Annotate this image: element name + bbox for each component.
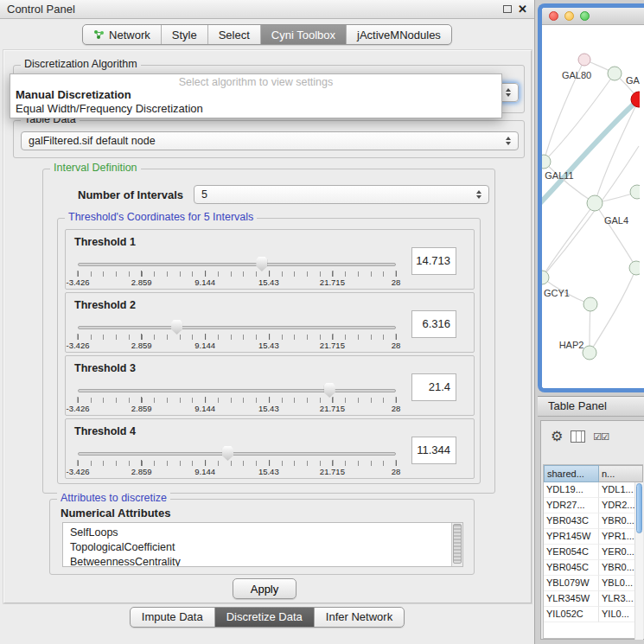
table-body: YDL19...YDL1...YDR27...YDR2...YBR043CYBR… xyxy=(544,482,643,638)
group-title: Threshold's Coordinates for 5 Intervals xyxy=(65,211,257,223)
slider-track[interactable] xyxy=(78,326,396,329)
table-cell[interactable]: YDR27... xyxy=(544,498,599,513)
slider-ticks xyxy=(78,398,397,403)
tab-style[interactable]: Style xyxy=(161,25,207,44)
table-scrollbar-thumb[interactable] xyxy=(636,483,642,533)
float-window-icon[interactable] xyxy=(503,5,512,13)
table-cell[interactable]: YLR345W xyxy=(544,591,599,607)
list-scrollbar[interactable] xyxy=(451,523,462,566)
slider-thumb[interactable] xyxy=(171,320,182,335)
tab-infer-network[interactable]: Infer Network xyxy=(314,608,404,627)
slider-scale-label: 21.715 xyxy=(320,341,345,350)
tab-cyni-toolbox[interactable]: Cyni Toolbox xyxy=(260,25,346,44)
table-row[interactable]: YLR345WYLR3... xyxy=(544,591,643,607)
network-node[interactable] xyxy=(587,195,603,211)
network-graph[interactable]: GAL80GAGAL11GAL4GCY1HAP2 xyxy=(542,25,640,384)
tab-impute-data[interactable]: Impute Data xyxy=(131,608,214,627)
slider-ticks xyxy=(78,461,397,466)
slider-thumb[interactable] xyxy=(222,446,233,461)
column-header-shared-name[interactable]: shared... xyxy=(544,465,599,482)
node-table: shared... n... YDL19...YDL1...YDR27...YD… xyxy=(543,464,643,639)
slider-track[interactable] xyxy=(78,263,396,266)
table-row[interactable]: YBL079WYBL0... xyxy=(544,576,643,591)
settings-gear-icon[interactable]: ⚙ xyxy=(551,430,563,443)
slider-track[interactable] xyxy=(78,452,396,456)
slider-thumb[interactable] xyxy=(324,383,335,398)
threshold-4-value-field[interactable]: 11.344 xyxy=(411,437,456,464)
table-row[interactable]: YDR27...YDR2... xyxy=(544,498,643,513)
attribute-item[interactable]: TopologicalCoefficient xyxy=(70,540,462,555)
table-row[interactable]: YER054CYER0... xyxy=(544,545,643,560)
window-title: Control Panel xyxy=(7,3,75,16)
network-node[interactable] xyxy=(608,67,622,80)
columns-icon[interactable] xyxy=(571,430,585,443)
close-icon[interactable]: ✕ xyxy=(518,4,527,15)
slider-scale-label: -3.426 xyxy=(67,341,90,350)
tab-label: Network xyxy=(109,29,150,41)
tab-label: jActiveMNodules xyxy=(357,29,441,41)
option-manual-discretization[interactable]: Manual Discretization xyxy=(16,88,131,101)
algorithm-dropdown-popup: Select algorithm to view settings Manual… xyxy=(10,73,502,118)
tab-discretize-data[interactable]: Discretize Data xyxy=(214,608,314,627)
slider-scale-label: 9.144 xyxy=(194,467,215,476)
tab-network[interactable]: Network xyxy=(83,25,161,44)
threshold-3-panel: Threshold 3 21.4 -3.4262.8599.14415.4321… xyxy=(65,355,475,416)
number-of-intervals-select[interactable]: 5 xyxy=(194,185,489,204)
zoom-traffic-light-icon[interactable] xyxy=(580,11,590,21)
network-window-titlebar xyxy=(542,8,644,25)
slider-scale-label: 28 xyxy=(392,341,401,350)
slider-scale-label: 28 xyxy=(392,467,401,476)
network-canvas[interactable]: GAL80GAGAL11GAL4GCY1HAP2 xyxy=(542,25,644,388)
column-header-name[interactable]: n... xyxy=(599,465,643,482)
attribute-item[interactable]: SelfLoops xyxy=(70,526,462,540)
network-node-label: GAL80 xyxy=(562,70,591,80)
table-cell[interactable]: YER054C xyxy=(544,545,599,560)
table-panel-toolbar: ⚙ ☑☑ xyxy=(541,424,609,450)
table-row[interactable]: YDL19...YDL1... xyxy=(544,482,643,498)
threshold-1-slider[interactable]: -3.4262.8599.14415.4321.71528 xyxy=(78,254,396,289)
slider-thumb[interactable] xyxy=(256,257,267,271)
table-panel-title: Table Panel xyxy=(548,399,607,412)
threshold-4-slider[interactable]: -3.4262.8599.14415.4321.71528 xyxy=(78,443,396,478)
option-equal-width-frequency[interactable]: Equal Width/Frequency Discretization xyxy=(16,102,203,115)
network-node[interactable] xyxy=(629,261,640,275)
slider-scale: -3.4262.8599.14415.4321.71528 xyxy=(78,404,396,414)
select-columns-checkbox-icons[interactable]: ☑☑ xyxy=(593,431,609,443)
threshold-3-value-field[interactable]: 21.4 xyxy=(411,373,456,401)
table-cell[interactable]: YDL19... xyxy=(544,482,599,498)
table-row[interactable]: YPR145WYPR1... xyxy=(544,529,643,545)
table-cell[interactable]: YBL079W xyxy=(544,576,599,591)
table-cell[interactable]: YBR045C xyxy=(544,560,599,576)
threshold-label: Threshold 2 xyxy=(74,299,136,311)
apply-button[interactable]: Apply xyxy=(233,578,296,599)
threshold-4-panel: Threshold 4 11.344 -3.4262.8599.14415.43… xyxy=(65,418,475,479)
minimize-traffic-light-icon[interactable] xyxy=(564,11,574,21)
table-cell[interactable]: YPR145W xyxy=(544,529,599,545)
thresholds-group: Threshold's Coordinates for 5 Intervals … xyxy=(57,218,481,484)
network-node[interactable] xyxy=(578,54,590,66)
network-node[interactable] xyxy=(583,297,597,311)
list-scrollbar-thumb[interactable] xyxy=(453,524,462,564)
tab-jactivemnodules[interactable]: jActiveMNodules xyxy=(346,25,451,44)
network-node-label: GA xyxy=(626,75,640,86)
numerical-attributes-list[interactable]: SelfLoopsTopologicalCoefficientBetweenne… xyxy=(62,522,463,567)
table-row[interactable]: YBR045CYBR0... xyxy=(544,560,643,576)
attribute-item[interactable]: BetweennessCentrality xyxy=(70,555,462,567)
table-cell[interactable]: YIL052C xyxy=(544,607,599,622)
threshold-1-value-field[interactable]: 14.713 xyxy=(411,247,456,275)
table-row[interactable]: YBR043CYBR0... xyxy=(544,513,643,529)
group-title: Attributes to discretize xyxy=(57,492,170,504)
slider-scale-label: 9.144 xyxy=(194,404,215,413)
threshold-2-slider[interactable]: -3.4262.8599.14415.4321.71528 xyxy=(78,317,396,352)
close-traffic-light-icon[interactable] xyxy=(549,11,558,21)
threshold-3-slider[interactable]: -3.4262.8599.14415.4321.71528 xyxy=(78,380,396,415)
table-cell[interactable]: YBR043C xyxy=(544,513,599,529)
table-data-select[interactable]: galFiltered.sif default node xyxy=(21,131,519,150)
network-node[interactable] xyxy=(630,185,640,199)
tab-select[interactable]: Select xyxy=(207,25,260,44)
table-row[interactable]: YIL052CYIL0... xyxy=(544,607,643,622)
network-node[interactable] xyxy=(583,346,596,360)
threshold-2-value-field[interactable]: 6.316 xyxy=(411,310,456,338)
slider-track[interactable] xyxy=(78,389,396,392)
table-scrollbar[interactable] xyxy=(634,482,643,640)
